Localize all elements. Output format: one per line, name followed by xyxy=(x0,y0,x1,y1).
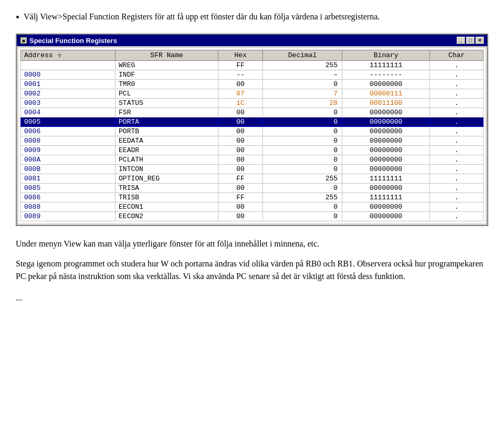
cell-binary: 00000000 xyxy=(342,165,430,174)
cell-hex: 00 xyxy=(218,117,263,127)
table-row[interactable]: 0002PCL07700000111. xyxy=(21,89,484,99)
cell-name: STATUS xyxy=(116,99,218,108)
cell-decimal: 0 xyxy=(263,127,342,136)
table-row[interactable]: 0008EEDATA00000000000. xyxy=(21,136,484,146)
cell-decimal: 0 xyxy=(263,165,342,174)
table-row[interactable]: 0089EECON200000000000. xyxy=(21,212,484,221)
cell-char: . xyxy=(430,61,484,70)
cell-decimal: 0 xyxy=(263,136,342,146)
cell-binary: 00000111 xyxy=(342,89,430,99)
table-row[interactable]: 000BINTCON00000000000. xyxy=(21,165,484,174)
sfr-titlebar-controls[interactable]: _ □ ✕ xyxy=(457,37,484,44)
outro-text-2: Stega igenom programmet och studera hur … xyxy=(16,258,488,283)
table-row[interactable]: 0081OPTION_REGFF25511111111. xyxy=(21,174,484,184)
cell-decimal: 0 xyxy=(263,146,342,155)
cell-decimal: 0 xyxy=(263,212,342,221)
table-row[interactable]: 0005PORTA00000000000. xyxy=(21,117,484,127)
cell-char: . xyxy=(430,184,484,193)
cell-binary: 00000000 xyxy=(342,108,430,117)
cell-address: 0009 xyxy=(21,146,116,155)
table-row[interactable]: 0004FSR00000000000. xyxy=(21,108,484,117)
cell-address: 0085 xyxy=(21,184,116,193)
cell-decimal: 0 xyxy=(263,202,342,212)
cell-decimal: 0 xyxy=(263,80,342,89)
cell-decimal: 28 xyxy=(263,99,342,108)
cell-name: FSR xyxy=(116,108,218,117)
col-sfr-name[interactable]: SFR Name xyxy=(116,50,218,61)
sfr-window: ■ Special Function Registers _ □ ✕ Addre… xyxy=(16,34,488,226)
cell-char: . xyxy=(430,117,484,127)
cell-address: 0088 xyxy=(21,202,116,212)
cell-address: 0001 xyxy=(21,80,116,89)
table-row[interactable]: 000APCLATH00000000000. xyxy=(21,155,484,165)
cell-hex: -- xyxy=(218,70,263,80)
cell-address xyxy=(21,61,116,70)
cell-name: EECON2 xyxy=(116,212,218,221)
cell-name: WREG xyxy=(116,61,218,70)
cell-char: . xyxy=(430,136,484,146)
close-button[interactable]: ✕ xyxy=(476,37,484,44)
table-row[interactable]: 0009EEADR00000000000. xyxy=(21,146,484,155)
maximize-button[interactable]: □ xyxy=(466,37,475,44)
cell-hex: 00 xyxy=(218,184,263,193)
cell-hex: 00 xyxy=(218,165,263,174)
cell-hex: FF xyxy=(218,193,263,202)
cell-name: INDF xyxy=(116,70,218,80)
cell-hex: 00 xyxy=(218,108,263,117)
cell-address: 0003 xyxy=(21,99,116,108)
cell-decimal: 0 xyxy=(263,155,342,165)
cell-hex: FF xyxy=(218,61,263,70)
table-row[interactable]: 0000INDF--–--------. xyxy=(21,70,484,80)
col-binary[interactable]: Binary xyxy=(342,50,430,61)
table-row[interactable]: 0085TRISA00000000000. xyxy=(21,184,484,193)
sfr-window-title: Special Function Registers xyxy=(29,37,117,45)
cell-decimal: 255 xyxy=(263,193,342,202)
cell-binary: 11111111 xyxy=(342,61,430,70)
col-char[interactable]: Char xyxy=(430,50,484,61)
cell-binary: 00011100 xyxy=(342,99,430,108)
cell-name: EEADR xyxy=(116,146,218,155)
cell-name: OPTION_REG xyxy=(116,174,218,184)
cell-binary: 00000000 xyxy=(342,146,430,155)
cell-address: 0004 xyxy=(21,108,116,117)
table-row[interactable]: 0088EECON100000000000. xyxy=(21,202,484,212)
bullet-dot: • xyxy=(16,10,19,24)
cell-hex: 00 xyxy=(218,80,263,89)
cell-char: . xyxy=(430,146,484,155)
cell-decimal: 0 xyxy=(263,184,342,193)
cell-hex: 07 xyxy=(218,89,263,99)
sfr-table-container: Address ▽ SFR Name Hex Decimal Binary Ch… xyxy=(18,48,486,223)
cell-binary: 00000000 xyxy=(342,212,430,221)
cell-char: . xyxy=(430,202,484,212)
cell-char: . xyxy=(430,212,484,221)
table-row[interactable]: 0006PORTB00000000000. xyxy=(21,127,484,136)
cell-name: PCLATH xyxy=(116,155,218,165)
table-row[interactable]: 0003STATUS1C2800011100. xyxy=(21,99,484,108)
cell-name: EEDATA xyxy=(116,136,218,146)
cell-decimal: – xyxy=(263,70,342,80)
table-row[interactable]: WREGFF25511111111. xyxy=(21,61,484,70)
cell-hex: 00 xyxy=(218,202,263,212)
cell-address: 0006 xyxy=(21,127,116,136)
cell-binary: 00000000 xyxy=(342,184,430,193)
cell-char: . xyxy=(430,155,484,165)
col-address[interactable]: Address ▽ xyxy=(21,50,116,61)
cell-decimal: 255 xyxy=(263,174,342,184)
cell-char: . xyxy=(430,127,484,136)
table-row[interactable]: 0086TRISBFF25511111111. xyxy=(21,193,484,202)
cell-name: PORTB xyxy=(116,127,218,136)
col-decimal[interactable]: Decimal xyxy=(263,50,342,61)
cell-binary: 00000000 xyxy=(342,202,430,212)
cell-binary: 11111111 xyxy=(342,193,430,202)
cell-binary: 00000000 xyxy=(342,117,430,127)
intro-bullet: • Välj View>Special Function Registers f… xyxy=(16,10,488,24)
cell-address: 000B xyxy=(21,165,116,174)
cell-decimal: 0 xyxy=(263,108,342,117)
table-row[interactable]: 0001TMR000000000000. xyxy=(21,80,484,89)
sfr-titlebar-left: ■ Special Function Registers xyxy=(20,37,117,45)
minimize-button[interactable]: _ xyxy=(457,37,465,44)
cell-hex: FF xyxy=(218,174,263,184)
cell-char: . xyxy=(430,165,484,174)
col-hex[interactable]: Hex xyxy=(218,50,263,61)
sfr-window-icon: ■ xyxy=(20,37,27,44)
